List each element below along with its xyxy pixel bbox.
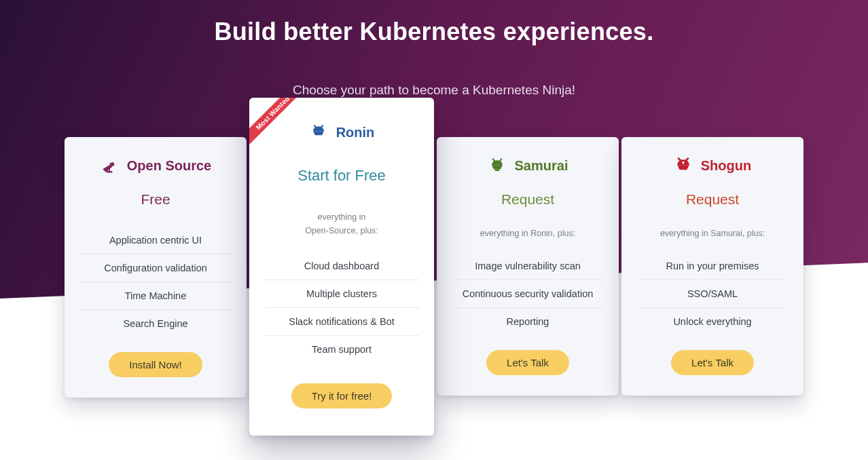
- page-content: Build better Kubernetes experiences. Cho…: [0, 0, 868, 436]
- lead-line: everything in: [318, 212, 366, 222]
- feature-item: Unlock everything: [636, 308, 789, 335]
- feature-item: Run in your premises: [636, 252, 789, 280]
- lead-line: everything in Ronin, plus:: [480, 229, 575, 238]
- feature-list: Run in your premises SSO/SAML Unlock eve…: [636, 252, 789, 335]
- try-it-for-free-button[interactable]: Try it for free!: [291, 383, 393, 408]
- page-subtitle: Choose your path to become a Kubernetes …: [0, 83, 868, 98]
- tier-name: Shogun: [701, 158, 751, 174]
- feature-item: Search Engine: [79, 310, 232, 337]
- samurai-helmet-icon: [488, 156, 507, 175]
- page-title: Build better Kubernetes experiences.: [0, 18, 868, 46]
- tier-price: Request: [636, 191, 789, 208]
- samurai-helmet-icon: [309, 122, 328, 142]
- feature-list: Image vulnerability scan Continuous secu…: [452, 252, 604, 335]
- lead-line: Open-Source, plus:: [305, 226, 378, 235]
- tier-name: Samurai: [515, 158, 568, 174]
- feature-list: Application centric UI Configuration val…: [79, 227, 232, 337]
- tier-lead: everything in Ronin, plus:: [452, 227, 604, 240]
- feature-item: Time Machine: [79, 282, 232, 310]
- pricing-card-open-source: Open Source Free Application centric UI …: [65, 137, 247, 398]
- tier-header: Samurai: [452, 156, 604, 175]
- tier-name: Open Source: [127, 158, 211, 174]
- tier-lead: everything in Open-Source, plus:: [264, 210, 419, 237]
- tier-lead: everything in Samurai, plus:: [636, 227, 789, 240]
- telescope-icon: [100, 156, 119, 175]
- lets-talk-button[interactable]: Let's Talk: [671, 350, 754, 375]
- feature-item: Application centric UI: [79, 227, 232, 254]
- tier-header: Ronin: [264, 122, 419, 142]
- tier-header: Open Source: [79, 156, 232, 175]
- tier-price: Start for Free: [264, 167, 419, 185]
- install-now-button[interactable]: Install Now!: [109, 352, 202, 377]
- pricing-card-ronin: Most Wanted Ronin Start for Free everyth…: [249, 98, 434, 436]
- tier-price: Free: [79, 191, 232, 208]
- svg-point-4: [682, 161, 685, 164]
- feature-item: Cloud dashboard: [264, 252, 419, 280]
- feature-item: Configuration validation: [79, 254, 232, 282]
- feature-item: Multiple clusters: [264, 280, 419, 308]
- lets-talk-button[interactable]: Let's Talk: [486, 350, 569, 375]
- feature-item: Team support: [264, 336, 419, 363]
- pricing-card-samurai: Samurai Request everything in Ronin, plu…: [437, 137, 619, 396]
- shogun-helmet-icon: [674, 156, 693, 175]
- feature-list: Cloud dashboard Multiple clusters Slack …: [264, 252, 419, 363]
- feature-item: Reporting: [452, 308, 604, 335]
- tier-header: Shogun: [636, 156, 789, 175]
- pricing-card-shogun: Shogun Request everything in Samurai, pl…: [621, 137, 803, 396]
- tier-price: Request: [452, 191, 604, 208]
- svg-rect-3: [494, 169, 499, 171]
- feature-item: Slack notifications & Bot: [264, 308, 419, 336]
- lead-line: everything in Samurai, plus:: [660, 229, 765, 238]
- feature-item: SSO/SAML: [636, 280, 789, 308]
- pricing-cards-row: Open Source Free Application centric UI …: [0, 137, 868, 436]
- svg-rect-2: [109, 168, 110, 171]
- tier-name: Ronin: [336, 125, 375, 140]
- feature-item: Continuous security validation: [452, 280, 604, 308]
- feature-item: Image vulnerability scan: [452, 252, 604, 280]
